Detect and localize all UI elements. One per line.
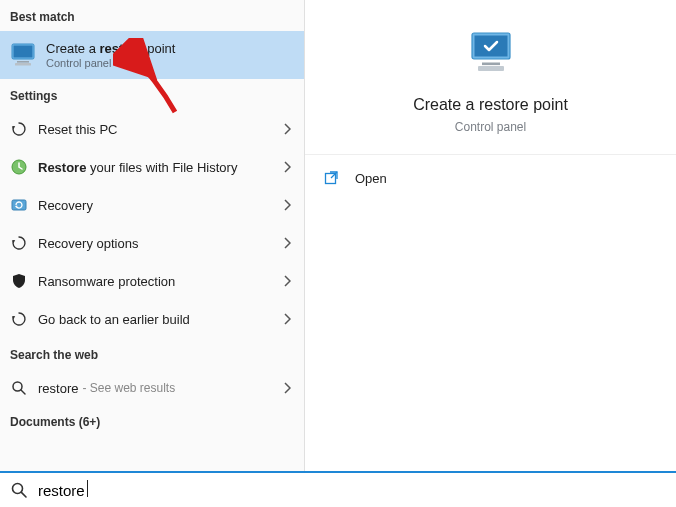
settings-item-ransomware[interactable]: Ransomware protection [0, 262, 304, 300]
settings-item-label: Reset this PC [38, 122, 280, 137]
chevron-right-icon [280, 274, 294, 288]
preview-subtitle: Control panel [315, 120, 666, 134]
settings-item-recovery-options[interactable]: Recovery options [0, 224, 304, 262]
best-match-subtitle: Control panel [46, 57, 175, 69]
open-label: Open [355, 171, 387, 186]
web-search-result[interactable]: restore - See web results [0, 369, 304, 407]
recovery-icon [8, 194, 30, 216]
open-action[interactable]: Open [305, 155, 676, 201]
results-panel: Best match Create a restore point Contro… [0, 0, 305, 471]
search-input[interactable] [36, 478, 87, 503]
settings-item-recovery[interactable]: Recovery [0, 186, 304, 224]
search-web-header: Search the web [0, 338, 304, 369]
svg-rect-3 [15, 63, 31, 66]
settings-item-label: Go back to an earlier build [38, 312, 280, 327]
settings-item-label: Recovery [38, 198, 280, 213]
settings-item-file-history[interactable]: Restore your files with File History [0, 148, 304, 186]
chevron-right-icon [280, 198, 294, 212]
reset-icon [8, 232, 30, 254]
documents-header[interactable]: Documents (6+) [0, 407, 304, 437]
search-bar[interactable] [0, 471, 676, 507]
svg-rect-15 [478, 66, 504, 71]
search-icon [8, 377, 30, 399]
chevron-right-icon [280, 122, 294, 136]
svg-rect-13 [474, 36, 507, 57]
clock-icon [8, 156, 30, 178]
svg-line-20 [21, 492, 26, 497]
reset-icon [8, 308, 30, 330]
chevron-right-icon [280, 381, 294, 395]
preview-panel: Create a restore point Control panel Ope… [305, 0, 676, 471]
preview-title: Create a restore point [315, 96, 666, 114]
svg-rect-1 [14, 46, 33, 58]
search-icon [10, 481, 28, 499]
web-hint-label: - See web results [82, 381, 175, 395]
web-query-label: restore [38, 381, 78, 396]
chevron-right-icon [280, 312, 294, 326]
preview-header: Create a restore point Control panel [305, 0, 676, 155]
best-match-title: Create a restore point [46, 41, 175, 56]
svg-rect-14 [482, 63, 500, 66]
reset-icon [8, 118, 30, 140]
shield-icon [8, 270, 30, 292]
settings-item-label: Recovery options [38, 236, 280, 251]
svg-rect-2 [17, 61, 29, 63]
settings-header: Settings [0, 79, 304, 110]
system-icon [6, 38, 40, 72]
settings-item-earlier-build[interactable]: Go back to an earlier build [0, 300, 304, 338]
open-icon [323, 169, 341, 187]
best-match-header: Best match [0, 0, 304, 31]
settings-item-label: Ransomware protection [38, 274, 280, 289]
system-icon-large [315, 26, 666, 82]
chevron-right-icon [280, 160, 294, 174]
settings-item-label: Restore your files with File History [38, 160, 280, 175]
chevron-right-icon [280, 236, 294, 250]
settings-item-reset-this-pc[interactable]: Reset this PC [0, 110, 304, 148]
svg-line-11 [21, 390, 25, 394]
best-match-result[interactable]: Create a restore point Control panel [0, 31, 304, 79]
